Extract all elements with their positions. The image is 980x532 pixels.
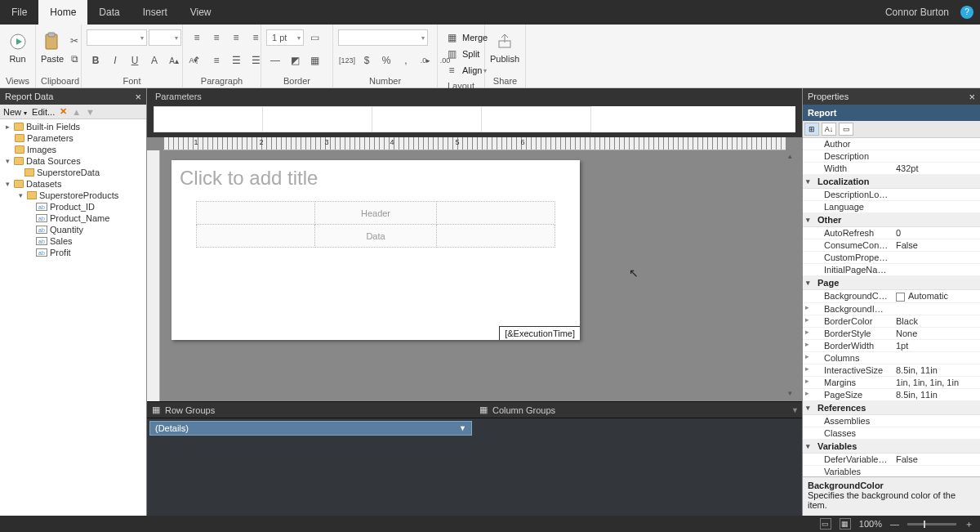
border-style-button[interactable]: ▭	[305, 29, 323, 46]
delete-button[interactable]: ✕	[60, 106, 67, 117]
edit-button[interactable]: Edit...	[32, 107, 55, 117]
folder-icon	[14, 180, 24, 188]
user-label[interactable]: Connor Burton	[880, 0, 954, 25]
run-button[interactable]: Run	[5, 28, 30, 74]
report-page[interactable]: Click to add title Header Data [&Executi…	[172, 160, 580, 340]
field-icon: ab	[36, 237, 47, 245]
folder-icon	[14, 157, 24, 165]
cut-button[interactable]: ✂	[65, 33, 83, 49]
grid-icon: ▦	[479, 405, 488, 415]
dataset-item[interactable]: ▾SuperstoreProducts	[0, 190, 146, 201]
align-center-button[interactable]: ≡	[207, 29, 225, 46]
field-item[interactable]: abQuantity	[0, 224, 146, 235]
play-icon	[7, 31, 29, 52]
design-surface: Parameters 123456 ▴▾ Click to add title …	[147, 88, 802, 516]
categorized-button[interactable]: ⊞	[804, 123, 819, 136]
merge-icon: ▦	[443, 29, 461, 46]
align-right-button[interactable]: ≡	[227, 29, 245, 46]
preview-mode-icon[interactable]: ▦	[840, 518, 851, 530]
font-family-combo[interactable]	[87, 29, 147, 46]
bold-button[interactable]: B	[87, 52, 105, 69]
grouping-pane: ▦Row Groups (Details)▼ ▦Column Groups▼	[147, 401, 802, 516]
tablix-header-cell: Header	[314, 202, 436, 225]
border-fill-button[interactable]: ▦	[305, 52, 323, 69]
field-icon: ab	[36, 203, 47, 211]
chevron-down-icon[interactable]: ▼	[791, 406, 799, 414]
help-icon[interactable]: ?	[960, 6, 973, 19]
field-icon: ab	[36, 214, 47, 222]
publish-button[interactable]: Publish	[490, 28, 519, 74]
grow-font-button[interactable]: A▴	[165, 52, 183, 69]
grid-icon: ▦	[152, 405, 160, 415]
tablix-data-cell: Data	[314, 225, 436, 248]
border-line-button[interactable]: —	[266, 52, 284, 69]
paste-button[interactable]: Paste	[41, 28, 64, 74]
field-item[interactable]: abProfit	[0, 247, 146, 258]
ribbon: Run Views Paste ✂ ⧉ Clipboard B I	[0, 25, 980, 88]
title-placeholder[interactable]: Click to add title	[172, 160, 580, 201]
tablix[interactable]: Header Data	[196, 201, 555, 248]
currency-button[interactable]: $	[358, 52, 376, 69]
ruler-labels: 123456	[163, 138, 555, 146]
menu-tabs: File Home Data Insert View Connor Burton…	[0, 0, 980, 25]
canvas[interactable]: Click to add title Header Data [&Executi…	[163, 152, 786, 397]
selected-object[interactable]: Report	[803, 105, 980, 121]
column-groups-header[interactable]: ▦Column Groups▼	[474, 402, 802, 418]
inc-decimal-button[interactable]: .0▸	[416, 52, 434, 69]
zoom-slider[interactable]	[907, 523, 956, 525]
tab-view[interactable]: View	[179, 0, 223, 25]
close-icon[interactable]: ×	[969, 91, 975, 103]
design-mode-icon[interactable]: ▭	[820, 518, 831, 530]
tab-home[interactable]: Home	[38, 0, 87, 25]
field-item[interactable]: abProduct_ID	[0, 201, 146, 212]
datasource-item[interactable]: SuperstoreData	[0, 167, 146, 178]
details-group[interactable]: (Details)▼	[149, 421, 472, 436]
property-grid[interactable]: Author Description Width432pt ▾Localizat…	[803, 138, 980, 476]
tab-file[interactable]: File	[0, 0, 38, 25]
tab-data[interactable]: Data	[87, 0, 131, 25]
zoom-out-button[interactable]: —	[890, 519, 899, 529]
vertical-ruler	[147, 150, 160, 401]
zoom-label: 100%	[859, 519, 882, 529]
group-label-paragraph: Paragraph	[188, 74, 256, 87]
border-weight-combo[interactable]: 1 pt	[266, 29, 304, 46]
tab-insert[interactable]: Insert	[131, 0, 179, 25]
merge-button[interactable]: ▦Merge	[443, 29, 488, 46]
percent-button[interactable]: %	[377, 52, 395, 69]
field-item[interactable]: abSales	[0, 235, 146, 247]
vertical-scrollbar[interactable]: ▴▾	[788, 152, 800, 397]
number-format-combo[interactable]	[338, 29, 428, 46]
underline-button[interactable]: U	[126, 52, 144, 69]
font-color-button[interactable]: A	[145, 52, 163, 69]
align-left-button[interactable]: ≡	[188, 29, 206, 46]
move-up-button[interactable]: ▲	[72, 107, 81, 117]
move-down-button[interactable]: ▼	[86, 107, 95, 117]
font-size-combo[interactable]	[149, 29, 181, 46]
parameters-header[interactable]: Parameters	[147, 88, 802, 106]
alphabetical-button[interactable]: A↓	[822, 123, 836, 136]
property-pages-button[interactable]: ▭	[839, 123, 853, 136]
datasource-icon	[24, 168, 34, 177]
field-item[interactable]: abProduct_Name	[0, 212, 146, 224]
copy-button[interactable]: ⧉	[65, 51, 83, 67]
placeholder-button[interactable]: [123]	[338, 52, 356, 69]
italic-button[interactable]: I	[106, 52, 124, 69]
folder-icon	[14, 123, 24, 131]
parameters-grid[interactable]	[154, 106, 795, 132]
comma-button[interactable]: ,	[397, 52, 415, 69]
row-groups-header[interactable]: ▦Row Groups	[147, 402, 474, 418]
close-icon[interactable]: ×	[135, 91, 141, 103]
chevron-down-icon[interactable]: ▼	[459, 424, 466, 432]
folder-icon	[15, 134, 24, 142]
align-button[interactable]: ≡Align▾	[443, 62, 487, 78]
report-data-tree[interactable]: ▸Built-in Fields Parameters Images ▾Data…	[0, 119, 146, 516]
valign-mid-button[interactable]: ≡	[207, 52, 225, 69]
valign-top-button[interactable]: ⇡	[188, 52, 206, 69]
execution-time-textbox[interactable]: [&ExecutionTime]	[499, 326, 580, 340]
split-button[interactable]: ▥Split	[443, 46, 479, 62]
zoom-in-button[interactable]: ＋	[964, 518, 973, 530]
list-bullets-button[interactable]: ☰	[227, 52, 245, 69]
new-menu[interactable]: New ▾	[3, 107, 27, 117]
border-color-button[interactable]: ◩	[286, 52, 304, 69]
color-swatch	[896, 293, 905, 302]
